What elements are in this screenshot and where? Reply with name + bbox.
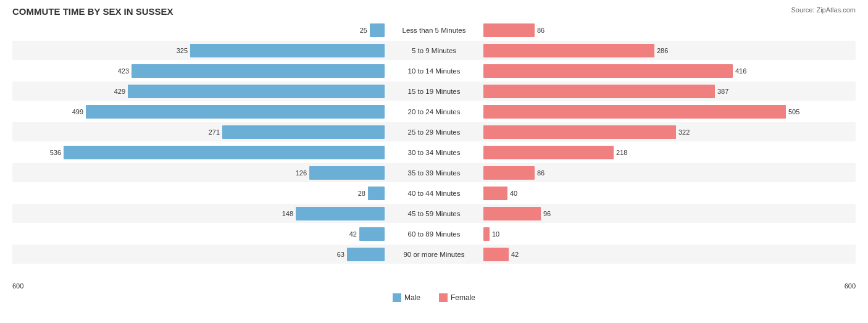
chart-row: 325 5 to 9 Minutes 286 (12, 41, 856, 60)
chart-row: 126 35 to 39 Minutes 86 (12, 163, 856, 182)
male-value: 499 (72, 108, 83, 115)
bar-male (128, 85, 385, 98)
female-value: 40 (510, 190, 517, 197)
bar-section: 148 45 to 59 Minutes 96 (12, 204, 856, 223)
right-side: 416 (483, 64, 746, 78)
chart-row: 271 25 to 29 Minutes 322 (12, 122, 856, 141)
bar-male (64, 146, 385, 159)
bar-section: 536 30 to 34 Minutes 218 (12, 143, 856, 162)
chart-row: 42 60 to 89 Minutes 10 (12, 224, 856, 243)
bar-male (347, 248, 385, 261)
male-value: 25 (360, 27, 367, 34)
row-label: 40 to 44 Minutes (385, 190, 483, 197)
chart-title: COMMUTE TIME BY SEX IN SUSSEX (12, 6, 856, 17)
right-side: 218 (483, 146, 627, 159)
female-value: 42 (511, 251, 519, 258)
left-side: 42 (349, 227, 385, 241)
axis-left: 600 (12, 282, 23, 290)
bar-male (370, 23, 385, 37)
bar-female (483, 105, 786, 119)
male-value: 28 (358, 190, 365, 197)
right-side: 96 (483, 207, 551, 220)
female-value: 416 (735, 67, 746, 75)
bar-female (483, 44, 654, 57)
male-value: 42 (349, 230, 357, 238)
female-value: 86 (537, 169, 545, 177)
bar-male (368, 187, 385, 200)
left-side: 429 (114, 85, 385, 98)
right-side: 322 (483, 125, 690, 139)
bar-female (483, 166, 535, 180)
chart-row: 429 15 to 19 Minutes 387 (12, 82, 856, 101)
row-label: Less than 5 Minutes (385, 27, 483, 34)
female-value: 322 (678, 128, 690, 136)
right-side: 387 (483, 85, 728, 98)
female-value: 387 (717, 88, 728, 95)
left-side: 499 (72, 105, 385, 119)
bar-female (483, 23, 535, 37)
left-side: 148 (282, 207, 385, 220)
male-value: 126 (296, 169, 307, 177)
left-side: 25 (360, 23, 385, 37)
left-side: 325 (177, 44, 385, 57)
legend-box-male (393, 293, 401, 302)
bar-section: 28 40 to 44 Minutes 40 (12, 183, 856, 203)
row-label: 15 to 19 Minutes (385, 88, 483, 95)
bar-male (222, 125, 385, 139)
bar-section: 63 90 or more Minutes 42 (12, 245, 856, 264)
legend-male-label: Male (404, 293, 420, 302)
bar-section: 499 20 to 24 Minutes 505 (12, 102, 856, 121)
bar-male (131, 64, 385, 78)
male-value: 271 (209, 128, 220, 136)
bar-female (483, 207, 541, 220)
legend-female: Female (439, 293, 475, 302)
right-side: 86 (483, 23, 545, 37)
female-value: 96 (543, 210, 551, 217)
bar-male (359, 227, 385, 241)
row-label: 35 to 39 Minutes (385, 169, 483, 177)
left-side: 423 (118, 64, 385, 78)
legend-box-female (439, 293, 448, 302)
female-value: 218 (616, 149, 627, 156)
bar-female (483, 125, 676, 139)
male-value: 423 (118, 67, 129, 75)
left-side: 63 (337, 248, 385, 261)
axis-row: 600 600 (12, 282, 856, 290)
bar-section: 126 35 to 39 Minutes 86 (12, 163, 856, 182)
female-value: 86 (537, 27, 545, 34)
female-value: 10 (492, 230, 499, 238)
bar-female (483, 227, 490, 241)
bar-section: 429 15 to 19 Minutes 387 (12, 82, 856, 101)
bar-male (296, 207, 385, 220)
bar-section: 42 60 to 89 Minutes 10 (12, 224, 856, 243)
axis-right: 600 (845, 282, 856, 290)
bar-female (483, 248, 509, 261)
bar-male (86, 105, 385, 119)
left-side: 536 (50, 146, 385, 159)
right-side: 40 (483, 187, 517, 200)
chart-row: 25 Less than 5 Minutes 86 (12, 20, 856, 40)
legend-male: Male (393, 293, 420, 302)
legend: Male Female (12, 293, 856, 302)
bar-female (483, 146, 614, 159)
bar-section: 325 5 to 9 Minutes 286 (12, 41, 856, 60)
source-text: Source: ZipAtlas.com (791, 6, 856, 14)
row-label: 20 to 24 Minutes (385, 108, 483, 115)
row-label: 90 or more Minutes (385, 251, 483, 258)
left-side: 126 (296, 166, 385, 180)
male-value: 148 (282, 210, 293, 217)
row-label: 45 to 59 Minutes (385, 210, 483, 217)
legend-female-label: Female (451, 293, 475, 302)
chart-row: 148 45 to 59 Minutes 96 (12, 204, 856, 223)
bar-male (190, 44, 385, 57)
bar-section: 423 10 to 14 Minutes 416 (12, 61, 856, 80)
bar-male (309, 166, 385, 180)
female-value: 286 (657, 47, 668, 54)
right-side: 286 (483, 44, 668, 57)
bar-female (483, 85, 715, 98)
chart-row: 423 10 to 14 Minutes 416 (12, 61, 856, 80)
row-label: 60 to 89 Minutes (385, 230, 483, 238)
male-value: 63 (337, 251, 344, 258)
chart-row: 499 20 to 24 Minutes 505 (12, 102, 856, 121)
chart-row: 536 30 to 34 Minutes 218 (12, 143, 856, 162)
